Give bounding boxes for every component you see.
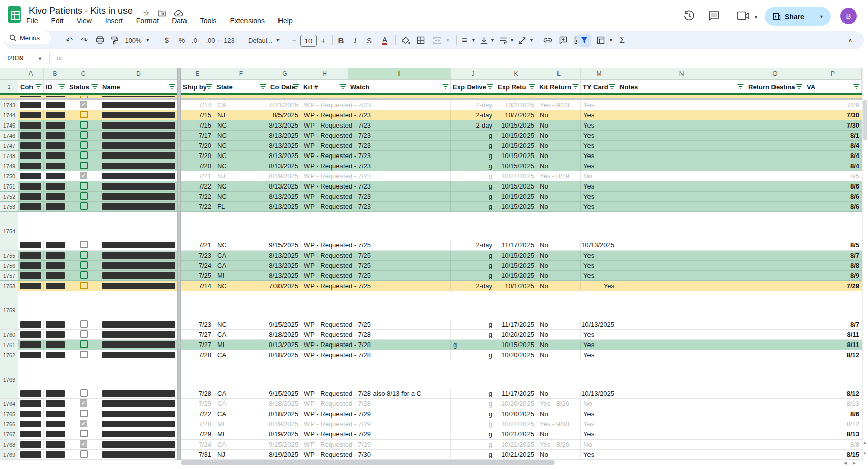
strikethrough-button[interactable]: S xyxy=(363,31,376,49)
cell-O-return-destination[interactable] xyxy=(746,192,804,201)
cell-N-notes[interactable] xyxy=(617,181,746,191)
cell-F-state[interactable]: FL xyxy=(214,202,268,211)
cell-F-state[interactable]: NC xyxy=(214,320,268,329)
cell-N-notes[interactable] xyxy=(617,100,746,110)
cell-M-ty-card[interactable]: 10/13/2025 xyxy=(581,389,617,398)
checkbox[interactable] xyxy=(80,192,88,200)
cell-O-return-destination[interactable] xyxy=(746,429,804,439)
cell-P-va[interactable]: 8/6 xyxy=(804,409,862,419)
cell-K-exp-return[interactable]: 10/21/2025 xyxy=(495,429,537,439)
filter-icon[interactable] xyxy=(442,84,449,89)
filter-icon[interactable] xyxy=(737,84,744,89)
filter-icon[interactable] xyxy=(91,84,98,89)
italic-button[interactable]: I xyxy=(349,31,362,49)
cell-J-exp-delivery[interactable]: g xyxy=(451,429,495,439)
insert-link-button[interactable] xyxy=(541,31,555,49)
cell-H-kit[interactable]: WP - Requested - 7/23 xyxy=(301,141,451,150)
cell-O-return-destination[interactable] xyxy=(746,171,804,181)
cell-D-name[interactable] xyxy=(100,202,177,211)
cell-H-kit[interactable]: WP - Requested - 7/23 xyxy=(301,120,451,130)
filter-icon[interactable] xyxy=(796,84,802,89)
cell-K-exp-return[interactable]: 10/15/2025 xyxy=(495,261,537,270)
cell-O-return-destination[interactable] xyxy=(746,161,804,171)
cell-H-kit[interactable]: WP - Requested - 7/29 xyxy=(301,440,451,449)
row-number[interactable]: 1763 xyxy=(0,360,18,398)
scroll-down-icon[interactable]: ▼ xyxy=(863,451,867,456)
cell-J-exp-delivery[interactable]: g xyxy=(451,320,495,329)
filter-icon[interactable] xyxy=(609,84,615,89)
cell-A[interactable] xyxy=(18,251,44,260)
cell-P-va[interactable]: 8/13 xyxy=(804,399,862,409)
cell-G-co-date[interactable]: 8/19/2025 xyxy=(268,450,301,459)
cell-P-va[interactable]: 8/11 xyxy=(804,340,862,350)
cell-A[interactable] xyxy=(18,409,44,419)
cell-L-kit-return[interactable]: No xyxy=(537,131,581,140)
cell-E-ship-by[interactable]: 7/28 xyxy=(181,389,214,398)
cell-P-va[interactable]: 8/4 xyxy=(804,161,862,171)
cell-D-name[interactable] xyxy=(100,120,177,130)
cell-O-return-destination[interactable] xyxy=(746,399,804,409)
cell-H-kit[interactable]: WP - Requested - 7/23 xyxy=(301,192,451,201)
row-number[interactable]: 1768 xyxy=(0,440,18,449)
cell-F-state[interactable]: CA xyxy=(214,251,268,260)
cell-M-ty-card[interactable]: Yes xyxy=(581,350,617,360)
cell-A[interactable] xyxy=(18,440,44,449)
cell-O-return-destination[interactable] xyxy=(746,440,804,449)
cell-K-exp-return[interactable]: 10/15/2025 xyxy=(495,192,537,201)
checkbox[interactable] xyxy=(80,111,88,118)
cell-C-status[interactable] xyxy=(67,151,100,161)
cell-N-notes[interactable] xyxy=(617,161,746,171)
cell-A[interactable] xyxy=(18,419,44,429)
cell-N-notes[interactable] xyxy=(617,151,746,161)
cell-B[interactable] xyxy=(44,141,67,150)
cell-J-exp-delivery[interactable]: 2-day xyxy=(451,100,495,110)
row-number[interactable]: 1750 xyxy=(0,171,18,181)
cell-A[interactable] xyxy=(18,192,44,201)
cell-C-status[interactable] xyxy=(67,251,100,260)
cell-O-return-destination[interactable] xyxy=(746,281,804,291)
cell-L-kit-return[interactable]: No xyxy=(537,450,581,459)
cell-J-exp-delivery[interactable]: g xyxy=(451,419,495,429)
cell-F-state[interactable]: NC xyxy=(214,192,268,201)
cell-P-va[interactable]: 7/30 xyxy=(804,120,862,130)
filter-icon[interactable] xyxy=(35,84,42,89)
functions-button[interactable]: Σ xyxy=(615,31,629,49)
cell-D-name[interactable] xyxy=(100,240,177,250)
cell-N-notes[interactable] xyxy=(617,240,746,250)
column-letter-H[interactable]: H xyxy=(301,68,348,80)
column-letter-O[interactable]: O xyxy=(746,68,804,80)
column-letter-J[interactable]: J xyxy=(451,68,495,80)
cell-C-status[interactable] xyxy=(67,261,100,270)
cell-L-kit-return[interactable]: No xyxy=(537,409,581,419)
cell-H-kit[interactable]: WP - Requested - 7/25 xyxy=(301,261,451,270)
cell-N-notes[interactable] xyxy=(617,429,746,439)
cell-M-ty-card[interactable]: 10/13/2025 xyxy=(581,240,617,250)
header-B[interactable]: ID xyxy=(44,80,67,95)
cell-N-notes[interactable] xyxy=(617,192,746,201)
column-letter-N[interactable]: N xyxy=(617,68,746,80)
cell-K-exp-return[interactable]: 10/20/2025 xyxy=(495,330,537,339)
cell-K-exp-return[interactable]: 10/21/2025 xyxy=(495,419,537,429)
checkbox[interactable]: ✓ xyxy=(80,172,87,179)
cell-G-co-date[interactable]: 8/19/2025 xyxy=(268,429,301,439)
cell-H-kit[interactable]: WP - Requested - 7/28 also 8/13 for a C xyxy=(301,389,451,398)
menu-insert[interactable]: Insert xyxy=(105,17,123,25)
merge-cells-button[interactable] xyxy=(430,31,444,49)
format-currency-button[interactable]: $ xyxy=(160,31,174,49)
cell-C-status[interactable] xyxy=(67,141,100,150)
insert-comment-button[interactable] xyxy=(556,31,570,49)
column-letter-B[interactable]: B xyxy=(44,68,67,80)
checkbox[interactable] xyxy=(80,241,88,248)
cell-D-name[interactable] xyxy=(100,320,177,329)
cell-B[interactable] xyxy=(44,271,67,280)
cell-H-kit[interactable]: WP - Requested - 7/23 xyxy=(301,110,451,120)
cell-K-exp-return[interactable]: 10/15/2025 xyxy=(495,181,537,191)
cell-M-ty-card[interactable]: Yes xyxy=(581,450,617,459)
cell-G-co-date[interactable]: 9/15/2025 xyxy=(268,389,301,398)
cell-B[interactable] xyxy=(44,100,67,110)
cell-E-ship-by[interactable]: 7/21 xyxy=(181,171,214,181)
checkbox[interactable] xyxy=(80,410,88,417)
cell-K-exp-return[interactable]: 11/17/2025 xyxy=(495,240,537,250)
cell-O-return-destination[interactable] xyxy=(746,131,804,140)
cell-A[interactable] xyxy=(18,330,44,339)
